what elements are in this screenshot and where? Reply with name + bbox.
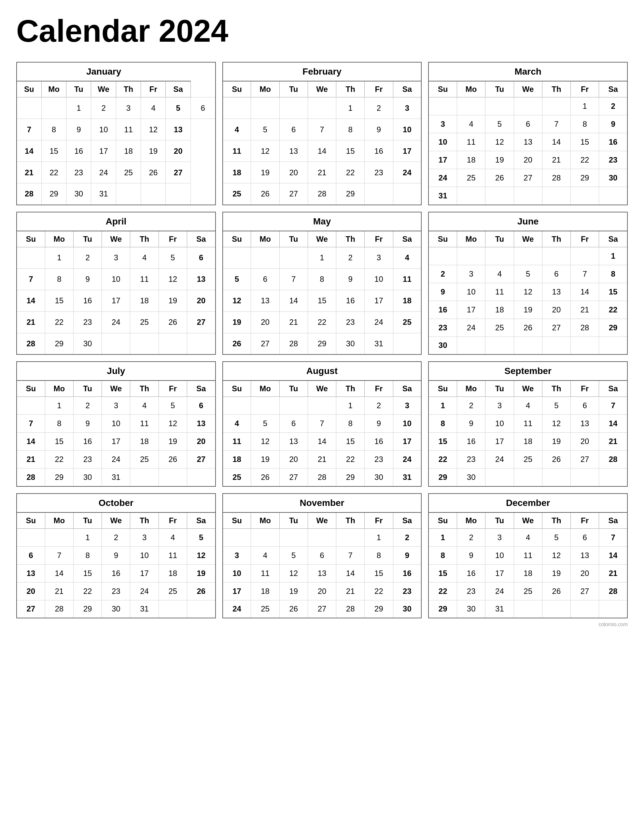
day-cell: 10	[130, 546, 158, 564]
day-cell: 16	[73, 290, 102, 312]
day-cell: 24	[428, 169, 457, 187]
day-cell: 5	[542, 529, 570, 546]
day-cell: 4	[223, 119, 251, 141]
day-cell: 14	[599, 415, 628, 433]
day-cell: 11	[486, 283, 514, 301]
day-cell: 9	[66, 119, 91, 141]
day-cell: 2	[91, 97, 116, 119]
day-cell: 4	[457, 115, 486, 133]
day-cell: 24	[393, 451, 421, 469]
day-cell	[279, 397, 308, 415]
day-header-sa: Sa	[599, 231, 628, 247]
day-header-th: Th	[542, 231, 570, 247]
day-cell: 12	[223, 290, 251, 312]
day-cell: 3	[393, 397, 421, 415]
day-cell: 20	[279, 162, 308, 183]
day-cell	[486, 97, 514, 115]
day-cell: 1	[365, 529, 393, 546]
day-cell: 20	[166, 141, 190, 162]
day-cell: 16	[428, 301, 457, 318]
day-cell: 12	[251, 141, 279, 162]
day-cell: 30	[428, 336, 457, 354]
day-cell: 3	[102, 397, 130, 415]
day-cell: 3	[486, 397, 514, 415]
day-header-su: Su	[223, 231, 251, 247]
day-cell: 7	[542, 115, 570, 133]
day-cell: 2	[428, 265, 457, 283]
day-cell: 16	[73, 433, 102, 451]
day-cell: 25	[223, 183, 251, 205]
month-table-january: JanuarySuMoTuWeThFrSa1234567891011121314…	[16, 62, 216, 205]
day-cell	[365, 183, 393, 205]
day-cell: 28	[599, 582, 628, 600]
day-cell: 19	[542, 433, 570, 451]
day-cell: 22	[308, 312, 336, 333]
day-cell: 12	[542, 546, 570, 564]
day-cell: 1	[45, 397, 73, 415]
day-header-sa: Sa	[187, 512, 215, 529]
day-header-we: We	[514, 81, 542, 97]
day-header-we: We	[102, 231, 130, 247]
day-cell: 15	[365, 564, 393, 582]
day-cell: 10	[102, 268, 130, 290]
day-cell: 28	[308, 183, 336, 205]
day-cell: 17	[457, 301, 486, 318]
day-cell: 5	[486, 115, 514, 133]
day-cell: 5	[542, 397, 570, 415]
day-cell: 18	[514, 564, 542, 582]
month-name-may: May	[223, 212, 421, 231]
day-cell: 5	[251, 415, 279, 433]
day-cell: 17	[102, 433, 130, 451]
day-header-su: Su	[428, 512, 457, 529]
day-cell	[457, 336, 486, 354]
day-cell: 27	[542, 318, 570, 336]
day-cell: 10	[365, 268, 393, 290]
day-cell: 20	[279, 451, 308, 469]
month-name-september: September	[428, 362, 628, 380]
day-cell: 1	[73, 529, 102, 546]
day-header-mo: Mo	[45, 231, 73, 247]
day-header-sa: Sa	[393, 512, 421, 529]
day-cell: 9	[393, 546, 421, 564]
day-header-su: Su	[16, 512, 45, 529]
day-cell: 17	[393, 433, 421, 451]
day-cell: 14	[16, 290, 45, 312]
day-cell: 13	[542, 283, 570, 301]
day-cell: 28	[308, 469, 336, 486]
day-header-fr: Fr	[158, 380, 187, 397]
day-cell: 17	[486, 433, 514, 451]
day-header-tu: Tu	[279, 81, 308, 97]
day-header-th: Th	[336, 231, 365, 247]
day-cell: 19	[158, 290, 187, 312]
day-header-fr: Fr	[365, 81, 393, 97]
month-table-october: OctoberSuMoTuWeThFrSa1234567891011121314…	[16, 493, 216, 619]
day-header-fr: Fr	[365, 231, 393, 247]
day-cell: 23	[73, 312, 102, 333]
day-cell	[542, 600, 570, 618]
day-cell: 13	[514, 133, 542, 151]
day-cell: 27	[187, 451, 215, 469]
day-cell: 11	[514, 415, 542, 433]
day-cell: 24	[486, 451, 514, 469]
day-cell: 22	[73, 582, 102, 600]
day-cell: 4	[158, 529, 187, 546]
page-title: Calendar 2024	[16, 13, 628, 49]
day-cell: 6	[279, 119, 308, 141]
day-cell: 15	[428, 564, 457, 582]
day-cell: 29	[571, 169, 599, 187]
day-cell	[599, 600, 628, 618]
day-header-fr: Fr	[141, 81, 166, 97]
day-cell: 13	[16, 564, 45, 582]
day-cell: 29	[336, 183, 365, 205]
day-cell: 26	[486, 169, 514, 187]
day-cell	[486, 336, 514, 354]
day-cell	[187, 469, 215, 486]
day-cell: 20	[308, 582, 336, 600]
day-cell: 25	[158, 582, 187, 600]
day-cell	[542, 247, 570, 265]
day-header-tu: Tu	[279, 380, 308, 397]
day-cell: 29	[599, 318, 628, 336]
day-cell: 12	[514, 283, 542, 301]
day-cell: 4	[514, 397, 542, 415]
day-cell: 6	[190, 97, 215, 119]
